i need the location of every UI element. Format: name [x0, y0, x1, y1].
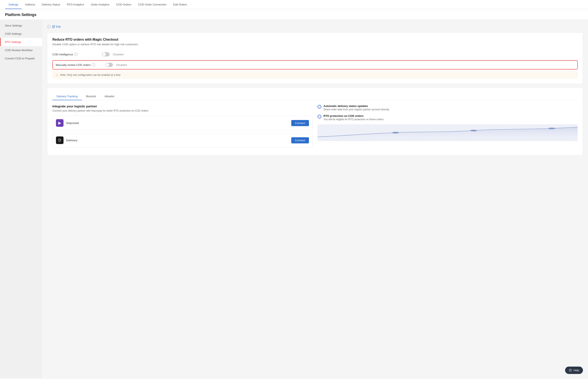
nav-item-settings[interactable]: Settings [5, 0, 22, 9]
rto-protection-chart [318, 124, 578, 141]
svg-point-1 [470, 130, 477, 131]
sidebar-item-cod-settings[interactable]: COD Settings [0, 30, 42, 38]
edit-bar: i Edit [47, 25, 583, 28]
cod-intelligence-slider [102, 52, 110, 56]
partner-logo-shiprocket: ▶ [56, 119, 63, 127]
main-content: i Edit Reduce RTO orders with Magic Chec… [42, 20, 588, 378]
page-title: Platform Settings [5, 13, 583, 17]
sidebar-item-rto-settings[interactable]: RTO Settings [0, 38, 42, 46]
delivery-tracking-card: Delivery TrackingBlocklistAllowlist Inte… [47, 87, 583, 155]
integration-title: Integrate your logistic partner [52, 104, 312, 108]
rto-section-card: Reduce RTO orders with Magic Checkout Di… [47, 32, 583, 84]
manually-review-status: Disabled [116, 63, 127, 66]
sidebar: Store SettingsCOD SettingsRTO SettingsCO… [0, 20, 42, 378]
partner-logo-delhivery: D [56, 136, 63, 144]
rto-section-title: Reduce RTO orders with Magic Checkout [52, 38, 578, 42]
svg-point-0 [392, 132, 399, 133]
cod-intelligence-toggle[interactable] [102, 52, 110, 56]
benefit-icon-rto-protection [318, 115, 321, 119]
benefit-desc-rto-protection: You will be eligible for RTO protection … [323, 118, 384, 121]
edit-button[interactable]: Edit [52, 25, 60, 28]
tab-blocklist[interactable]: Blocklist [82, 93, 100, 100]
benefit-title-rto-protection: RTO protection on COD orders [323, 114, 384, 117]
partner-name-delhivery: Delhivery [66, 139, 77, 142]
cod-intelligence-status: Disabled [113, 53, 124, 56]
sidebar-item-store-settings[interactable]: Store Settings [0, 21, 42, 30]
partner-name-shiprocket: Shiprocket [66, 122, 79, 125]
nav-item-rto-analytics[interactable]: RTO Analytics [63, 0, 88, 9]
integration-section: Integrate your logistic partner Connect … [52, 104, 578, 150]
benefit-icon-auto-updates [318, 105, 321, 109]
manually-review-toggle[interactable] [105, 63, 113, 67]
info-icon[interactable]: i [47, 25, 50, 28]
manually-review-row: Manually review COD orders i Disabled [52, 60, 578, 69]
cod-intelligence-info-icon[interactable]: i [74, 53, 78, 56]
nav-item-cod-order-conversion[interactable]: COD Order Conversion [135, 0, 170, 9]
sidebar-item-cod-review-workflow[interactable]: COD Review Workflow [0, 46, 42, 54]
edit-pencil-icon [52, 25, 55, 28]
benefit-content-rto-protection: RTO protection on COD orders You will be… [323, 114, 384, 121]
svg-point-2 [548, 127, 555, 129]
partner-info-delhivery: D Delhivery [56, 136, 77, 144]
nav-item-order-analytics[interactable]: Order Analytics [88, 0, 113, 9]
tab-allowlist[interactable]: Allowlist [100, 93, 118, 100]
partner-info-shiprocket: ▶ Shiprocket [56, 119, 79, 127]
cod-intelligence-row: COD Intelligence i Disabled [52, 50, 578, 59]
manually-review-info-icon[interactable]: i [92, 63, 95, 66]
benefit-rto-protection: RTO protection on COD orders You will be… [318, 114, 578, 121]
benefit-title-auto-updates: Automatic delivery status updates [323, 104, 390, 108]
top-navigation: SettingsAddressDelivery StatusRTO Analyt… [0, 0, 588, 9]
benefit-auto-updates: Automatic delivery status updates Share … [318, 104, 578, 111]
partner-card-delhivery: D Delhivery Connect [52, 133, 312, 148]
benefit-desc-auto-updates: Share order data from your logistic part… [323, 108, 390, 111]
integration-right: Automatic delivery status updates Share … [318, 104, 578, 150]
benefit-content-auto-updates: Automatic delivery status updates Share … [323, 104, 390, 111]
connect-button-shiprocket[interactable]: Connect [291, 120, 309, 126]
nav-item-address[interactable]: Address [22, 0, 39, 9]
help-icon [569, 369, 572, 372]
sidebar-item-convert-cod-prepaid[interactable]: Convert COD to Prepaid [0, 54, 42, 63]
cod-intelligence-label: COD Intelligence i [52, 53, 99, 56]
help-button[interactable]: Help [565, 367, 583, 374]
nav-item-delivery-status[interactable]: Delivery Status [39, 0, 63, 9]
note-bar: ⚠ Note: Only one configuration can be en… [52, 71, 578, 79]
tab-delivery-tracking[interactable]: Delivery Tracking [52, 93, 82, 100]
page-header: Platform Settings [0, 9, 588, 20]
integration-desc: Connect your delivery partner with Razor… [52, 109, 312, 112]
integration-left: Integrate your logistic partner Connect … [52, 104, 312, 150]
manually-review-slider [105, 63, 113, 67]
note-warning-icon: ⚠ [56, 73, 59, 77]
tabs-bar: Delivery TrackingBlocklistAllowlist [52, 93, 578, 100]
partner-card-shiprocket: ▶ Shiprocket Connect [52, 116, 312, 130]
rto-section-desc: Disable COD option or retrieve RTO risk … [52, 43, 578, 46]
manually-review-label: Manually review COD orders i [56, 63, 102, 66]
nav-item-cod-orders[interactable]: COD Orders [113, 0, 135, 9]
nav-item-edit-orders[interactable]: Edit Orders [170, 0, 191, 9]
connect-button-delhivery[interactable]: Connect [291, 137, 309, 143]
